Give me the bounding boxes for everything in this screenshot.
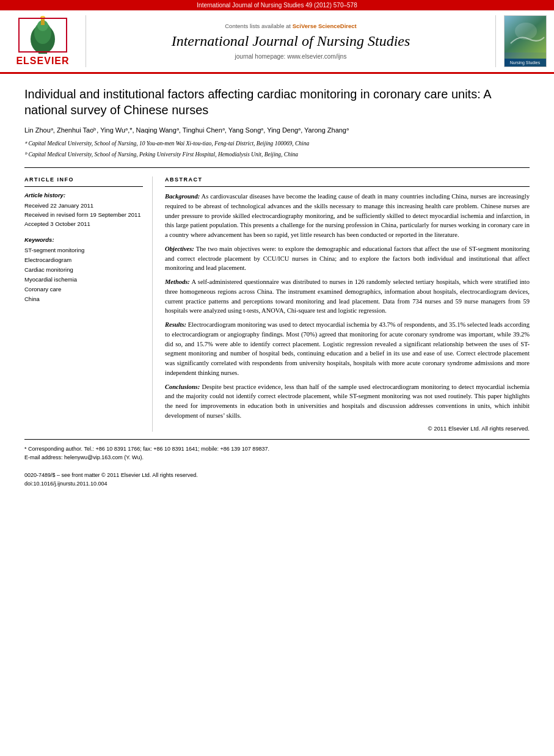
journal-title-block: Contents lists available at SciVerse Sci… — [86, 15, 496, 67]
background-para: Background: As cardiovascular diseases h… — [165, 192, 530, 240]
abstract-heading: ABSTRACT — [165, 176, 530, 183]
results-text: Electrocardiogram monitoring was used to… — [165, 321, 530, 376]
footnotes-divider — [24, 439, 530, 440]
sciverse-line: Contents lists available at SciVerse Sci… — [225, 23, 356, 29]
journal-cover-image: Nursing Studies — [504, 15, 547, 67]
doi-line: doi:10.1016/j.ijnurstu.2011.10.004 — [24, 479, 530, 488]
received-revised-date: Received in revised form 19 September 20… — [24, 210, 143, 219]
svg-rect-8 — [18, 18, 20, 51]
elsevier-logo: ELSEVIER — [6, 15, 79, 67]
footnotes-block: * Corresponding author. Tel.: +86 10 839… — [24, 445, 530, 489]
cover-art — [505, 16, 547, 53]
accepted-date: Accepted 3 October 2011 — [24, 219, 143, 228]
article-info-heading: ARTICLE INFO — [24, 176, 143, 183]
two-column-layout: ARTICLE INFO Article history: Received 2… — [24, 176, 530, 432]
journal-citation-bar: International Journal of Nursing Studies… — [0, 0, 554, 10]
background-label: Background: — [165, 193, 200, 200]
elsevier-tree-icon — [15, 16, 70, 56]
sciverse-link[interactable]: SciVerse ScienceDirect — [293, 23, 357, 29]
copyright-line: © 2011 Elsevier Ltd. All rights reserved… — [165, 425, 530, 432]
background-text: As cardiovascular diseases have become t… — [165, 193, 530, 238]
keywords-label: Keywords: — [24, 236, 143, 243]
conclusions-label: Conclusions: — [165, 383, 200, 390]
methods-text: A self-administered questionnaire was di… — [165, 278, 530, 314]
objectives-text: The two main objectives were: to explore… — [165, 245, 530, 272]
thumb-label-text: Nursing Studies — [505, 59, 546, 67]
keyword-1: ST-segment monitoring — [24, 245, 143, 255]
journal-main-title: International Journal of Nursing Studies — [172, 32, 410, 51]
keyword-2: Electrocardiogram — [24, 255, 143, 265]
svg-point-12 — [515, 23, 537, 40]
paper-title: Individual and institutional factors aff… — [24, 86, 530, 118]
methods-label: Methods: — [165, 278, 190, 285]
article-info-column: ARTICLE INFO Article history: Received 2… — [24, 176, 153, 432]
elsevier-brand-text: ELSEVIER — [16, 56, 69, 67]
journal-thumbnail: Nursing Studies — [502, 15, 548, 67]
objectives-label: Objectives: — [165, 245, 194, 252]
svg-rect-7 — [18, 51, 67, 53]
svg-rect-9 — [66, 18, 67, 51]
conclusions-para: Conclusions: Despite best practice evide… — [165, 382, 530, 421]
keyword-6: China — [24, 294, 143, 304]
history-label: Article history: — [24, 192, 143, 198]
received-date: Received 22 January 2011 — [24, 201, 143, 210]
keywords-list: ST-segment monitoring Electrocardiogram … — [24, 245, 143, 305]
authors-line: Lin Zhouᵃ, Zhenhui Taoᵇ, Ying Wuᵃ,*, Naq… — [24, 125, 530, 136]
results-para: Results: Electrocardiogram monitoring wa… — [165, 320, 530, 378]
keyword-3: Cardiac monitoring — [24, 265, 143, 275]
results-label: Results: — [165, 321, 186, 328]
svg-rect-10 — [18, 18, 67, 19]
sciverse-prefix: Contents lists available at — [225, 23, 292, 29]
abstract-column: ABSTRACT Background: As cardiovascular d… — [165, 176, 530, 432]
paper-body: Individual and institutional factors aff… — [0, 74, 554, 500]
methods-para: Methods: A self-administered questionnai… — [165, 277, 530, 316]
affiliation-b: ᵇ Capital Medical University, School of … — [24, 150, 530, 159]
journal-citation-text: International Journal of Nursing Studies… — [197, 2, 357, 9]
abstract-divider — [165, 186, 530, 187]
keyword-4: Myocardial ischemia — [24, 275, 143, 285]
conclusions-text: Despite best practice evidence, less tha… — [165, 383, 530, 419]
issn-line: 0020-7489/$ – see front matter © 2011 El… — [24, 471, 530, 479]
keyword-5: Coronary care — [24, 285, 143, 294]
info-divider — [24, 186, 143, 187]
objectives-para: Objectives: The two main objectives were… — [165, 244, 530, 273]
corresponding-author: * Corresponding author. Tel.: +86 10 839… — [24, 445, 530, 453]
journal-homepage: journal homepage: www.elsevier.com/ijns — [235, 53, 347, 60]
journal-header: ELSEVIER Contents lists available at Sci… — [0, 10, 554, 74]
email-address: E-mail address: helenywu@vip.163.com (Y.… — [24, 453, 530, 462]
affiliation-a: ᵃ Capital Medical University, School of … — [24, 139, 530, 148]
header-divider — [24, 167, 530, 168]
